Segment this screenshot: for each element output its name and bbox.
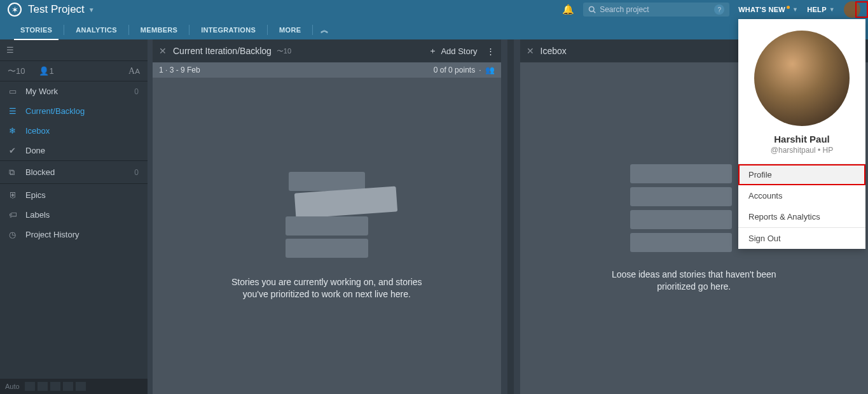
menu-accounts[interactable]: Accounts [738, 185, 865, 206]
panel-title: Current Iteration/Backlog [173, 46, 272, 56]
search-icon [588, 6, 596, 13]
panel-velocity: 〜10 [277, 46, 291, 56]
layout-icons[interactable] [25, 382, 86, 391]
tab-stories[interactable]: STORIES [9, 20, 64, 40]
iteration-row[interactable]: 1 · 3 - 9 Feb 0 of 0 points · 👥 [153, 62, 501, 78]
app-logo[interactable]: ✶ [8, 3, 22, 17]
close-icon[interactable]: ✕ [527, 46, 534, 56]
empty-illustration [263, 172, 390, 261]
sidebar-item-current[interactable]: ☰ Current/Backlog [0, 101, 148, 121]
search-input[interactable]: Search project ? [583, 3, 729, 17]
top-bar: ✶ Test Project ▼ 🔔 Search project ? WHAT… [0, 0, 868, 19]
close-icon[interactable]: ✕ [159, 46, 167, 56]
chevron-down-icon[interactable]: ▼ [88, 6, 95, 13]
add-story-button[interactable]: ＋Add Story [429, 45, 477, 57]
team-icon[interactable]: 👥 [485, 66, 495, 74]
blocked-icon: ⧉ [9, 167, 19, 178]
tab-more[interactable]: MORE [268, 20, 312, 40]
svg-line-1 [593, 11, 595, 13]
menu-reports[interactable]: Reports & Analytics [738, 206, 865, 227]
panel-splitter[interactable] [507, 39, 514, 394]
velocity-stat[interactable]: 〜10 [8, 66, 25, 77]
hamburger-icon[interactable]: ☰ [6, 45, 14, 55]
empty-state-text: Stories you are currently working on, an… [231, 276, 422, 300]
sidebar-item-blocked[interactable]: ⧉ Blocked 0 [0, 162, 148, 182]
members-stat[interactable]: 👤1 [39, 66, 53, 76]
tag-icon: 🏷 [9, 210, 19, 220]
highlight-annotation [855, 1, 868, 18]
clock-icon: ◷ [9, 230, 19, 239]
user-handle: @harshitpaul • HP [745, 146, 859, 155]
font-size-toggle[interactable]: AA [128, 66, 140, 76]
sidebar-footer: Auto [0, 379, 148, 394]
sidebar-item-done[interactable]: ✔ Done [0, 141, 148, 160]
panel-title: Icebox [541, 46, 567, 56]
user-name: Harshit Paul [745, 134, 859, 144]
density-mode[interactable]: Auto [5, 383, 20, 390]
whats-new-link[interactable]: WHAT'S NEW▼ [738, 6, 798, 13]
sidebar-item-labels[interactable]: 🏷 Labels [0, 205, 148, 225]
plus-icon: ＋ [429, 45, 437, 57]
menu-signout[interactable]: Sign Out [738, 228, 865, 249]
svg-point-0 [589, 7, 595, 12]
snowflake-icon: ❄ [9, 126, 19, 136]
sidebar: ☰ 〜10 👤1 AA ▭ My Work 0 ☰ Current/Backlo… [0, 39, 148, 394]
notification-dot [787, 6, 790, 9]
bell-icon[interactable]: 🔔 [562, 4, 574, 15]
tab-integrations[interactable]: INTEGRATIONS [189, 20, 267, 40]
sidebar-item-icebox[interactable]: ❄ Icebox [0, 121, 148, 141]
list-icon: ☰ [9, 106, 19, 116]
panel-menu-icon[interactable]: ⋮ [486, 46, 495, 56]
iteration-label: 1 · 3 - 9 Feb [159, 66, 200, 74]
user-dropdown: Harshit Paul @harshitpaul • HP Profile A… [738, 19, 865, 249]
tab-members[interactable]: MEMBERS [129, 20, 189, 40]
check-icon: ✔ [9, 146, 19, 155]
sidebar-item-epics[interactable]: ⛨ Epics [0, 185, 148, 205]
avatar-large [754, 31, 850, 126]
menu-profile[interactable]: Profile [738, 164, 865, 185]
empty-state-text: Loose ideas and stories that haven't bee… [598, 269, 789, 293]
points-label: 0 of 0 points [434, 66, 475, 74]
shield-icon: ⛨ [9, 190, 19, 200]
search-placeholder: Search project [600, 5, 649, 14]
search-help-icon[interactable]: ? [714, 4, 724, 15]
tab-analytics[interactable]: ANALYTICS [64, 20, 128, 40]
inbox-icon: ▭ [9, 87, 19, 96]
expand-tabs-icon[interactable]: ︽ [313, 24, 336, 36]
help-link[interactable]: HELP▼ [807, 6, 835, 13]
sidebar-item-my-work[interactable]: ▭ My Work 0 [0, 81, 148, 101]
project-title[interactable]: Test Project [28, 3, 85, 16]
panel-current: ✕ Current Iteration/Backlog 〜10 ＋Add Sto… [153, 39, 501, 394]
sidebar-item-history[interactable]: ◷ Project History [0, 225, 148, 244]
